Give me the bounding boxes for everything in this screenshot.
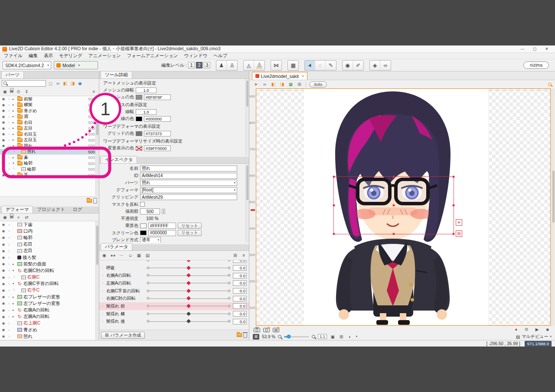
tree-item[interactable]: ◉○▾↻右腕C肘の回転	[0, 267, 99, 274]
camera-settings-icon[interactable]	[273, 327, 279, 332]
canvas-scrollbar[interactable]	[552, 88, 555, 326]
lock-toggle-icon[interactable]: ○	[7, 269, 11, 272]
tree-item[interactable]: ◉○└右腕C	[0, 274, 99, 281]
menu-item[interactable]: 表示	[41, 53, 56, 59]
menu-item[interactable]: アニメーション	[85, 53, 124, 59]
lock-toggle-icon[interactable]: ○	[7, 282, 11, 286]
lock-toggle-icon[interactable]: ○	[7, 262, 11, 266]
lock-toggle-icon[interactable]: ○	[7, 97, 11, 101]
id-input[interactable]: ArtMesh14	[140, 173, 237, 179]
expand-icon[interactable]: ▸	[13, 262, 16, 266]
blend-mode-select[interactable]: 通常▾	[140, 237, 161, 243]
lock-toggle-icon[interactable]: ○	[7, 288, 11, 292]
name-input[interactable]: 照れ	[140, 165, 237, 172]
visibility-toggle-icon[interactable]: ◉	[1, 243, 6, 246]
visibility-toggle-icon[interactable]: ◉	[1, 173, 6, 177]
deselect-button[interactable]: ✕	[456, 219, 462, 226]
visibility-toggle-icon[interactable]: ◉	[1, 97, 6, 101]
selection-handle[interactable]	[393, 176, 395, 178]
screen-reset-button[interactable]: リセット	[178, 230, 202, 236]
close-button[interactable]: ✕	[541, 47, 553, 51]
visibility-all-icon[interactable]: ◉	[2, 88, 8, 95]
param-slider-knob[interactable]	[186, 260, 191, 262]
screen-color-input[interactable]: #000000	[148, 230, 176, 236]
visibility-toggle-icon[interactable]: ◉	[1, 315, 6, 319]
lock-toggle-icon[interactable]: ○	[7, 321, 11, 325]
param-value-input[interactable]: 0.0	[233, 260, 247, 263]
panel-menu-icon[interactable]: ≡	[91, 88, 97, 95]
tool-detail-scrollbar[interactable]	[245, 79, 249, 156]
expand-icon[interactable]: ▸	[13, 302, 16, 305]
magnet-icon[interactable]: ◉	[77, 80, 83, 87]
color-value-input[interactable]: #8F8F8F	[144, 94, 171, 100]
view-mode-select[interactable]: Model ▾	[54, 61, 98, 69]
add-folder-icon[interactable]	[237, 333, 242, 337]
visibility-toggle-icon[interactable]: ◉	[1, 262, 6, 266]
sync-icon[interactable]: ⇄	[23, 214, 30, 220]
expand-icon[interactable]: ▾	[13, 162, 16, 165]
tree-item[interactable]: ◉○▸眉500	[0, 114, 99, 120]
param-slider[interactable]	[148, 283, 229, 283]
tab-close-icon[interactable]: ×	[302, 74, 304, 78]
visibility-toggle-icon[interactable]: ◉	[1, 249, 6, 253]
tree-item[interactable]: ◉○▸右ブレザーの変形	[0, 294, 99, 300]
parameter-link-button[interactable]: ∞	[380, 61, 391, 70]
selection-handle[interactable]	[393, 233, 395, 235]
menu-item[interactable]: モデリング	[56, 53, 85, 59]
lock-toggle-icon[interactable]: ○	[7, 249, 11, 253]
color-swatch[interactable]	[136, 117, 142, 121]
snap-icon[interactable]: ▦	[287, 81, 294, 87]
visibility-toggle-icon[interactable]: ◉	[1, 156, 6, 159]
tree-item[interactable]: ◉○右目	[0, 241, 99, 248]
lock-toggle-icon[interactable]: ○	[7, 328, 11, 332]
tab-inspector[interactable]: インスペクタ	[101, 156, 137, 163]
tree-item[interactable]: ◉○▸耳500	[0, 172, 99, 178]
next-form-icon[interactable]: ◨	[279, 81, 285, 87]
next-state-icon[interactable]: ◨	[69, 80, 76, 87]
lock-toggle-icon[interactable]: ○	[7, 256, 11, 259]
tree-item[interactable]: ◉○▾輪郭500	[0, 161, 99, 167]
expand-icon[interactable]: ▸	[13, 138, 16, 142]
edit-level-button-2[interactable]: 2	[196, 62, 202, 68]
chevron-down-icon[interactable]: ▾	[356, 335, 358, 338]
expand-icon[interactable]: ▸	[13, 126, 16, 130]
menu-item[interactable]: ウィンドウ	[181, 53, 210, 59]
expand-icon[interactable]: ▸	[13, 115, 16, 118]
zoom-slider-handle[interactable]	[287, 335, 291, 339]
multiview-select[interactable]: ▤ マルチビュー ▾	[516, 334, 552, 340]
tree-item[interactable]: ◉○▾照れ500	[0, 143, 99, 149]
check-select-icon[interactable]: ⊙	[15, 88, 22, 95]
nizima-button[interactable]: nizima	[523, 62, 549, 69]
more-dots-icon[interactable]: ⋯	[118, 252, 125, 259]
param-slider-knob[interactable]	[186, 288, 191, 293]
mesh-grid-button[interactable]: ⊞	[456, 230, 462, 237]
lock-toggle-icon[interactable]: ○	[7, 223, 11, 227]
visibility-toggle-icon[interactable]: ◉	[1, 103, 6, 107]
tree-item[interactable]: ◉○照れ	[0, 333, 99, 340]
color-swatch[interactable]	[136, 131, 142, 136]
maximize-button[interactable]: ▢	[529, 47, 541, 51]
expand-icon[interactable]: ▸	[13, 97, 16, 101]
parameter-row[interactable]: ◦右腕C肘の回転0.0	[99, 295, 249, 302]
visibility-toggle-icon[interactable]: ◉	[1, 144, 6, 148]
parts-select[interactable]: 照れ▾	[140, 180, 237, 186]
deform-brush-button[interactable]: ✐	[353, 61, 363, 70]
visibility-toggle-icon[interactable]: ◉	[1, 236, 6, 240]
param-slider-knob[interactable]	[186, 319, 191, 324]
form-animation-view-button[interactable]: ♙	[227, 61, 237, 70]
parameter-row[interactable]: ◦髪揺れ 横0.0	[99, 310, 249, 318]
link-parts-icon[interactable]: ∞	[55, 80, 61, 87]
selection-handle[interactable]	[453, 176, 455, 178]
expand-icon[interactable]: ▸	[13, 315, 16, 318]
pair-dots-icon[interactable]: ●●	[110, 252, 116, 259]
expand-icon[interactable]: ▸	[13, 173, 16, 177]
brush-select-button[interactable]: ✎	[326, 61, 336, 70]
model-view-button[interactable]: ♟	[216, 61, 227, 70]
visibility-toggle-icon[interactable]: ◉	[1, 223, 6, 227]
play-icon[interactable]: ▶	[534, 326, 540, 333]
draw-order-input[interactable]: 500	[140, 208, 160, 214]
color-value-input[interactable]: #000000	[144, 116, 171, 122]
visibility-toggle-icon[interactable]: ◉	[1, 120, 6, 124]
param-value-input[interactable]: 0.0	[233, 288, 247, 294]
color-value-input[interactable]: #737373	[144, 131, 171, 136]
